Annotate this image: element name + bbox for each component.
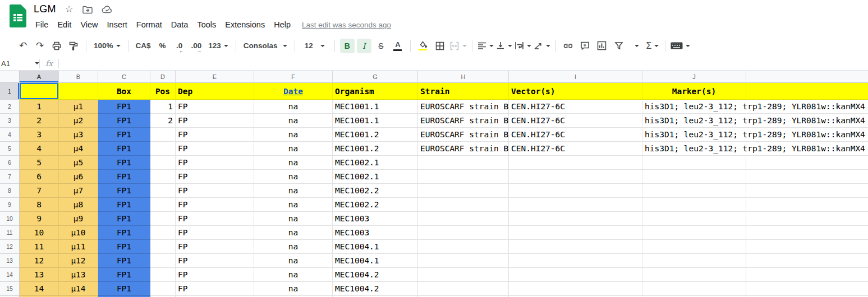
cell-D14[interactable]: [150, 268, 176, 282]
cell-C5[interactable]: FP1: [98, 142, 150, 156]
cell-F3[interactable]: na: [254, 114, 333, 128]
cell-G9[interactable]: MEC1002.2: [333, 198, 418, 212]
cell-I15[interactable]: [509, 282, 642, 296]
cell-H4[interactable]: EUROSCARF strain B: [418, 128, 509, 142]
horizontal-align-button[interactable]: [477, 39, 494, 53]
text-color-button[interactable]: A: [391, 39, 405, 53]
cell-F2[interactable]: na: [254, 100, 333, 114]
strikethrough-button[interactable]: S: [374, 39, 388, 53]
cell-B14[interactable]: µ13: [59, 268, 98, 282]
insert-chart-icon[interactable]: [595, 39, 609, 53]
cell-I10[interactable]: [509, 212, 642, 226]
cell-E12[interactable]: FP: [176, 240, 254, 254]
cell-D11[interactable]: [150, 226, 176, 240]
cell-F12[interactable]: na: [254, 240, 333, 254]
cell-B7[interactable]: µ6: [59, 170, 98, 184]
cell-D6[interactable]: [150, 156, 176, 170]
cell-A7[interactable]: 6: [20, 170, 59, 184]
cell-I9[interactable]: [509, 198, 642, 212]
row-header-9[interactable]: 9: [0, 198, 20, 212]
cell-H12[interactable]: [418, 240, 509, 254]
cell-D12[interactable]: [150, 240, 176, 254]
cell-F9[interactable]: na: [254, 198, 333, 212]
menu-insert[interactable]: Insert: [103, 18, 132, 31]
cloud-status-icon[interactable]: [102, 5, 113, 13]
cell-C14[interactable]: FP1: [98, 268, 150, 282]
cell-F8[interactable]: na: [254, 184, 333, 198]
cell-C3[interactable]: FP1: [98, 114, 150, 128]
column-header-E[interactable]: E: [176, 71, 254, 83]
cell-F10[interactable]: na: [254, 212, 333, 226]
cell-F13[interactable]: na: [254, 254, 333, 268]
cell-E6[interactable]: FP: [176, 156, 254, 170]
decrease-decimal-button[interactable]: .0←: [172, 39, 187, 53]
cell-H10[interactable]: [418, 212, 509, 226]
cell-E15[interactable]: FP: [176, 282, 254, 296]
menu-view[interactable]: View: [76, 18, 102, 31]
cell-J10[interactable]: [642, 212, 746, 226]
cell-H9[interactable]: [418, 198, 509, 212]
cell-A6[interactable]: 5: [20, 156, 59, 170]
cell-H6[interactable]: [418, 156, 509, 170]
borders-button[interactable]: [433, 39, 447, 53]
cell-G2[interactable]: MEC1001.1: [333, 100, 418, 114]
cell-G13[interactable]: MEC1004.1: [333, 254, 418, 268]
cell-G14[interactable]: MEC1004.2: [333, 268, 418, 282]
cell-G6[interactable]: MEC1002.1: [333, 156, 418, 170]
select-all-corner[interactable]: [0, 71, 20, 83]
row-extra[interactable]: [746, 240, 868, 254]
italic-button[interactable]: I: [357, 39, 371, 53]
cell-D5[interactable]: [150, 142, 176, 156]
cell-G3[interactable]: MEC1001.1: [333, 114, 418, 128]
row-header-10[interactable]: 10: [0, 212, 20, 226]
row-header-15[interactable]: 15: [0, 282, 20, 296]
cell-C6[interactable]: FP1: [98, 156, 150, 170]
row-extra[interactable]: [746, 170, 868, 184]
filter-icon[interactable]: [612, 39, 626, 53]
format-percent-button[interactable]: %: [155, 39, 170, 53]
row-header-12[interactable]: 12: [0, 240, 20, 254]
cell-G10[interactable]: MEC1003: [333, 212, 418, 226]
cell-D10[interactable]: [150, 212, 176, 226]
cell-A5[interactable]: 4: [20, 142, 59, 156]
row-header-7[interactable]: 7: [0, 170, 20, 184]
row-extra[interactable]: [746, 184, 868, 198]
cell-A10[interactable]: 9: [20, 212, 59, 226]
column-header-I[interactable]: I: [509, 71, 642, 83]
cell-E8[interactable]: FP: [176, 184, 254, 198]
font-size-selector[interactable]: 12: [300, 39, 329, 53]
cell-A1[interactable]: [20, 83, 59, 100]
column-header-A[interactable]: A: [20, 71, 59, 83]
row-extra[interactable]: [746, 254, 868, 268]
cell-C12[interactable]: FP1: [98, 240, 150, 254]
cell-H14[interactable]: [418, 268, 509, 282]
menu-extensions[interactable]: Extensions: [221, 18, 269, 31]
cell-B4[interactable]: µ3: [59, 128, 98, 142]
cell-I13[interactable]: [509, 254, 642, 268]
cell-G7[interactable]: MEC1002.1: [333, 170, 418, 184]
cell-I6[interactable]: [509, 156, 642, 170]
row-extra[interactable]: [746, 268, 868, 282]
filter-views-caret[interactable]: [628, 39, 643, 53]
redo-icon[interactable]: ↷: [33, 39, 47, 53]
row-extra[interactable]: [746, 282, 868, 296]
cell-B8[interactable]: µ7: [59, 184, 98, 198]
merge-cells-button[interactable]: [449, 39, 467, 53]
cell-C10[interactable]: FP1: [98, 212, 150, 226]
menu-data[interactable]: Data: [167, 18, 193, 31]
increase-decimal-button[interactable]: .00→: [189, 39, 204, 53]
cell-E4[interactable]: FP: [176, 128, 254, 142]
cell-F11[interactable]: na: [254, 226, 333, 240]
row-extra[interactable]: [746, 226, 868, 240]
format-currency-button[interactable]: CA$: [134, 39, 153, 53]
row-header-2[interactable]: 2: [0, 100, 20, 114]
cell-J7[interactable]: [642, 170, 746, 184]
cell-J2[interactable]: his3D1; leu2-3_112; trp1-289; YLR081w::k…: [642, 100, 746, 114]
cell-B10[interactable]: µ9: [59, 212, 98, 226]
cell-C9[interactable]: FP1: [98, 198, 150, 212]
cell-H15[interactable]: [418, 282, 509, 296]
row-extra[interactable]: [746, 156, 868, 170]
cell-H7[interactable]: [418, 170, 509, 184]
formula-input[interactable]: [59, 57, 868, 70]
row-header-13[interactable]: 13: [0, 254, 20, 268]
